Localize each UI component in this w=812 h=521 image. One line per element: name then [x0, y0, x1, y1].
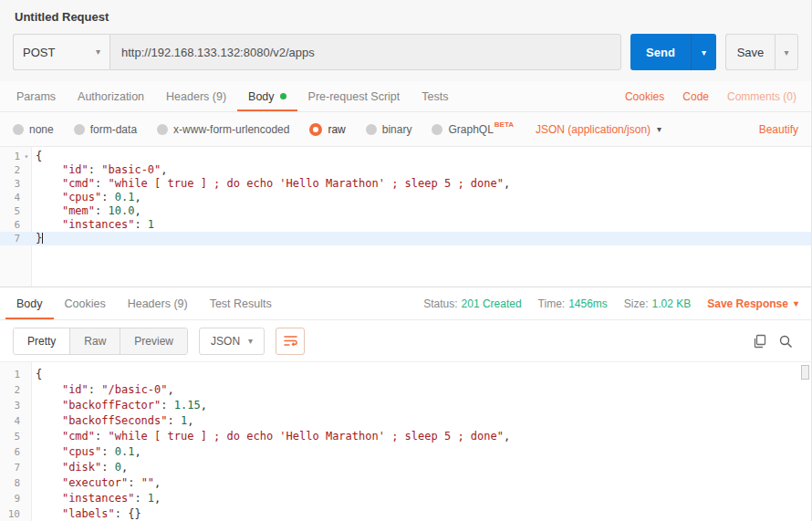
status-value: 201 Created — [462, 297, 522, 310]
response-body-viewer[interactable]: 1{2 "id": "/basic-0",3 "backoffFactor": … — [0, 362, 811, 521]
method-select[interactable]: POST ▾ — [13, 34, 109, 70]
save-response-label: Save Response — [707, 297, 788, 310]
search-response-button[interactable] — [773, 328, 798, 354]
chevron-down-icon: ▾ — [784, 47, 788, 57]
tabs-spacer — [459, 81, 615, 111]
tab-prerequest-script[interactable]: Pre-request Script — [297, 81, 411, 111]
save-button[interactable]: Save — [725, 34, 775, 70]
search-icon — [778, 334, 793, 349]
request-title-bar: Untitled Request — [0, 0, 811, 32]
line-number: 5 — [0, 204, 31, 218]
code-line-4[interactable]: 4 "cpus": 0.1, — [0, 191, 811, 204]
body-type-form-data-label: form-data — [90, 123, 137, 136]
cookies-link[interactable]: Cookies — [616, 81, 673, 111]
save-options-button[interactable]: ▾ — [775, 34, 798, 70]
chevron-down-icon: ▾ — [794, 299, 798, 308]
view-pretty-button[interactable]: Pretty — [14, 328, 70, 354]
body-type-urlencoded-label: x-www-form-urlencoded — [173, 123, 289, 136]
response-view-toolbar: Pretty Raw Preview JSON ▾ — [0, 320, 811, 362]
view-raw-button[interactable]: Raw — [70, 328, 120, 354]
line-number: 6 — [0, 444, 31, 460]
size-label: Size: — [624, 297, 649, 310]
request-tabs: Params Authorization Headers (9) Body Pr… — [0, 81, 811, 112]
response-language-select[interactable]: JSON ▾ — [199, 328, 265, 355]
line-number: 9 — [0, 491, 31, 506]
body-type-raw[interactable]: raw — [309, 123, 345, 136]
request-title: Untitled Request — [15, 10, 796, 24]
code-line-1[interactable]: 1{ — [0, 367, 811, 382]
line-number: 7 — [0, 460, 31, 475]
scrollbar-thumb[interactable] — [801, 365, 809, 380]
graphql-beta-badge: BETA — [494, 120, 514, 129]
code-line-6[interactable]: 6 "instances": 1 — [0, 218, 811, 232]
chevron-down-icon: ▾ — [702, 47, 706, 57]
beautify-button[interactable]: Beautify — [759, 123, 798, 136]
body-type-graphql[interactable]: GraphQL BETA — [432, 123, 514, 136]
tab-headers[interactable]: Headers (9) — [155, 81, 237, 111]
response-toolbar-right — [747, 328, 798, 354]
code-line-3[interactable]: 3 "cmd": "while [ true ] ; do echo 'Hell… — [0, 177, 811, 191]
response-tabs: Body Cookies Headers (9) Test Results St… — [0, 287, 811, 320]
chevron-down-icon: ▾ — [657, 125, 661, 134]
chevron-down-icon: ▾ — [248, 337, 253, 346]
code-line-10[interactable]: 10 "labels": {} — [0, 506, 811, 521]
code-line-3[interactable]: 3 "backoffFactor": 1.15, — [0, 398, 811, 413]
code-line-5[interactable]: 5 "cmd": "while [ true ] ; do echo 'Hell… — [0, 429, 811, 444]
tab-tests[interactable]: Tests — [411, 81, 459, 111]
body-type-urlencoded[interactable]: x-www-form-urlencoded — [157, 123, 289, 136]
body-type-form-data[interactable]: form-data — [74, 123, 137, 136]
radio-icon — [157, 124, 168, 135]
time-label: Time: — [538, 297, 566, 310]
line-number: 1▾ — [0, 150, 31, 163]
tab-body[interactable]: Body — [237, 81, 297, 111]
code-line-5[interactable]: 5 "mem": 10.0, — [0, 204, 811, 218]
save-button-group: Save ▾ — [725, 34, 798, 70]
comments-link[interactable]: Comments (0) — [718, 81, 806, 111]
code-line-6[interactable]: 6 "cpus": 0.1, — [0, 444, 811, 460]
size-value: 1.02 KB — [652, 297, 692, 310]
method-label: POST — [23, 46, 55, 59]
request-body-editor[interactable]: 1▾{2 "id": "basic-0",3 "cmd": "while [ t… — [0, 147, 811, 287]
code-line-8[interactable]: 8 "executor": "", — [0, 475, 811, 491]
code-line-1[interactable]: 1▾{ — [0, 150, 811, 163]
response-tab-test-results[interactable]: Test Results — [199, 287, 283, 319]
tab-authorization[interactable]: Authorization — [67, 81, 155, 111]
raw-language-select[interactable]: JSON (application/json) ▾ — [536, 123, 661, 136]
save-response-button[interactable]: Save Response ▾ — [707, 297, 798, 310]
radio-selected-icon — [309, 123, 322, 136]
status-label: Status: — [423, 297, 457, 310]
line-number: 1 — [0, 367, 31, 382]
code-line-7[interactable]: 7} — [0, 232, 811, 245]
code-line-4[interactable]: 4 "backoffSeconds": 1, — [0, 413, 811, 429]
response-tab-body[interactable]: Body — [5, 287, 54, 319]
code-line-7[interactable]: 7 "disk": 0, — [0, 460, 811, 475]
url-input[interactable] — [109, 34, 621, 70]
send-button[interactable]: Send — [630, 34, 691, 70]
copy-response-button[interactable] — [747, 328, 773, 354]
radio-icon — [366, 124, 377, 135]
code-line-9[interactable]: 9 "instances": 1, — [0, 491, 811, 506]
view-preview-button[interactable]: Preview — [120, 328, 187, 354]
tab-params[interactable]: Params — [5, 81, 67, 111]
line-number: 10 — [0, 506, 31, 521]
send-options-button[interactable]: ▾ — [691, 34, 716, 70]
line-number: 8 — [0, 475, 31, 491]
response-meta: Status: 201 Created Time: 1456ms Size: 1… — [423, 287, 806, 319]
response-tab-cookies[interactable]: Cookies — [54, 287, 117, 319]
body-type-none[interactable]: none — [13, 123, 54, 136]
radio-icon — [432, 124, 442, 135]
body-type-none-label: none — [29, 123, 54, 136]
code-link[interactable]: Code — [673, 81, 718, 111]
wrap-text-button[interactable] — [276, 328, 305, 355]
view-mode-segments: Pretty Raw Preview — [13, 328, 188, 355]
body-has-content-dot-icon — [280, 93, 286, 99]
body-type-binary[interactable]: binary — [366, 123, 412, 136]
line-number: 2 — [0, 382, 31, 398]
code-line-2[interactable]: 2 "id": "basic-0", — [0, 163, 811, 177]
body-type-binary-label: binary — [382, 123, 412, 136]
code-line-2[interactable]: 2 "id": "/basic-0", — [0, 382, 811, 398]
copy-icon — [753, 334, 767, 349]
radio-icon — [13, 124, 24, 135]
response-tab-headers[interactable]: Headers (9) — [117, 287, 199, 319]
fold-icon[interactable]: ▾ — [22, 150, 31, 163]
